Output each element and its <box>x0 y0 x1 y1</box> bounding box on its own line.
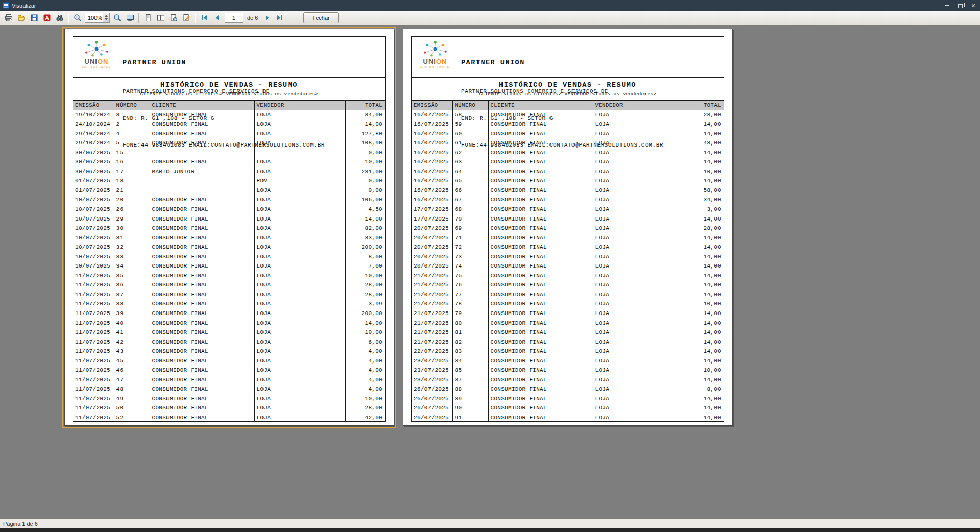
table-cell: 28,00 <box>345 403 385 413</box>
table-cell: 01/07/2025 <box>73 176 114 186</box>
page-number-input[interactable] <box>225 13 243 23</box>
table-cell: 23/07/2025 <box>412 366 452 375</box>
print-button[interactable] <box>2 12 15 23</box>
table-cell: 11/07/2025 <box>73 403 114 413</box>
table-cell: LOJA <box>254 384 345 394</box>
facing-pages-view-button[interactable] <box>154 12 167 23</box>
table-row: 11/07/202547CONSUMIDOR FINALLOJA4,00 <box>73 375 385 385</box>
table-row: 10/07/202526CONSUMIDOR FINALLOJA4,50 <box>73 205 385 214</box>
table-cell: LOJA <box>593 214 684 224</box>
table-cell: 43 <box>114 347 150 356</box>
search-button[interactable] <box>53 12 66 23</box>
zoom-combo[interactable]: 100% <box>85 13 110 23</box>
table-cell: CONSUMIDOR FINAL <box>488 195 593 205</box>
export-pdf-button[interactable]: A <box>40 12 53 23</box>
table-cell: CONSUMIDOR FINAL <box>488 233 593 243</box>
table-cell: 11/07/2025 <box>73 356 114 366</box>
table-cell: 127,80 <box>345 129 385 139</box>
page-settings-button[interactable] <box>167 12 180 23</box>
maximize-button[interactable] <box>953 0 967 11</box>
zoom-in-button[interactable] <box>71 12 84 23</box>
page-1-content: UNION ERP SOFTWARE PARTNER UNION PARTNER… <box>73 36 386 422</box>
table-cell: 16/07/2025 <box>412 148 452 158</box>
table-cell: 11/07/2025 <box>73 413 114 422</box>
table-cell: 14,00 <box>684 252 724 262</box>
open-folder-icon <box>17 14 26 22</box>
zoom-out-button[interactable] <box>111 12 124 23</box>
table-cell: 14,00 <box>684 280 724 290</box>
table-cell: 14,00 <box>345 214 385 224</box>
save-button[interactable] <box>28 12 40 23</box>
table-cell: 24/10/2024 <box>73 119 114 129</box>
close-preview-button[interactable]: Fechar <box>303 12 338 23</box>
table-cell: 4,50 <box>345 205 385 214</box>
fullscreen-button[interactable] <box>124 12 136 23</box>
report-page-1[interactable]: UNION ERP SOFTWARE PARTNER UNION PARTNER… <box>64 29 394 426</box>
magnifier-minus-icon <box>113 14 122 22</box>
table-cell: CONSUMIDOR FINAL <box>488 403 593 413</box>
table-row: 20/07/202573CONSUMIDOR FINALLOJA14,00 <box>412 252 724 262</box>
table-cell: 80 <box>452 319 488 328</box>
table-cell: LOJA <box>254 252 345 262</box>
table-cell: CONSUMIDOR FINAL <box>150 252 254 262</box>
table-row: 11/07/202543CONSUMIDOR FINALLOJA4,00 <box>73 347 385 356</box>
prev-page-button[interactable] <box>210 12 223 23</box>
table-row: 16/07/202566CONSUMIDOR FINALLOJA58,00 <box>412 186 724 196</box>
minimize-button[interactable] <box>940 0 953 11</box>
table-cell: CONSUMIDOR FINAL <box>488 328 593 337</box>
title-bar: Visualizar × <box>0 0 980 11</box>
status-bar: Página 1 de 6 <box>0 519 980 528</box>
first-page-button[interactable] <box>198 12 210 23</box>
table-cell: 11/07/2025 <box>73 280 114 290</box>
table-row: 21/07/202582CONSUMIDOR FINALLOJA14,00 <box>412 337 724 347</box>
table-cell: 47 <box>114 375 150 385</box>
table-cell: CONSUMIDOR FINAL <box>488 280 593 290</box>
table-row: 17/07/202570CONSUMIDOR FINALLOJA14,00 <box>412 214 724 224</box>
table-row: 30/06/202517MARIO JUNIORLOJA281,00 <box>73 167 385 177</box>
table-row: 26/07/202590CONSUMIDOR FINALLOJA14,00 <box>412 403 724 413</box>
report-page-2[interactable]: UNION ERP SOFTWARE PARTNER UNION PARTNER… <box>403 29 733 426</box>
table-row: 21/07/202578CONSUMIDOR FINALLOJA10,00 <box>412 299 724 309</box>
toolbar-separator <box>195 13 196 23</box>
next-page-button[interactable] <box>260 12 273 23</box>
table-cell: 67 <box>452 195 488 205</box>
table-cell: 19/10/2024 <box>73 110 114 119</box>
table-cell: 6,00 <box>345 337 385 347</box>
single-page-view-button[interactable] <box>141 12 154 23</box>
table-row: 11/07/202549CONSUMIDOR FINALLOJA10,00 <box>73 394 385 404</box>
table-cell: 38 <box>114 299 150 309</box>
table-row: 21/07/202577CONSUMIDOR FINALLOJA14,00 <box>412 290 724 300</box>
table-cell: 21/07/2025 <box>412 328 452 337</box>
table-cell: 28,00 <box>684 110 724 119</box>
edit-page-button[interactable] <box>180 12 193 23</box>
close-window-button[interactable]: × <box>967 0 980 11</box>
network-logo-icon <box>82 40 111 58</box>
table-cell: 10,00 <box>684 167 724 177</box>
last-page-button[interactable] <box>273 12 286 23</box>
table-cell: 14,00 <box>684 157 724 167</box>
table-cell: LOJA <box>254 224 345 233</box>
table-row: 11/07/202539CONSUMIDOR FINALLOJA200,00 <box>73 309 385 319</box>
minimize-icon <box>945 5 949 6</box>
table-cell: 16/07/2025 <box>412 110 452 119</box>
logo-tagline: ERP SOFTWARE <box>416 65 455 68</box>
toolbar: A 100% <box>0 11 980 25</box>
table-cell: CONSUMIDOR FINAL <box>150 319 254 328</box>
table-row: 20/07/202569CONSUMIDOR FINALLOJA28,00 <box>412 224 724 233</box>
table-cell: CONSUMIDOR FINAL <box>488 205 593 214</box>
restore-icon <box>958 4 963 8</box>
table-cell: 4,00 <box>345 375 385 385</box>
table-row: 01/07/202521LOJA0,00 <box>73 186 385 196</box>
table-cell: 79 <box>452 309 488 319</box>
zoom-spinner[interactable] <box>103 13 109 22</box>
open-button[interactable] <box>15 12 28 23</box>
logo-wordmark: UNION <box>77 58 116 65</box>
table-cell: CONSUMIDOR FINAL <box>488 384 593 394</box>
table-cell: 48 <box>114 384 150 394</box>
table-cell: 33,00 <box>345 233 385 243</box>
table-cell: LOJA <box>254 319 345 328</box>
table-cell: 14,00 <box>345 319 385 328</box>
table-cell: LOJA <box>593 328 684 337</box>
table-cell: 10/07/2025 <box>73 233 114 243</box>
table-cell: LOJA <box>254 186 345 196</box>
